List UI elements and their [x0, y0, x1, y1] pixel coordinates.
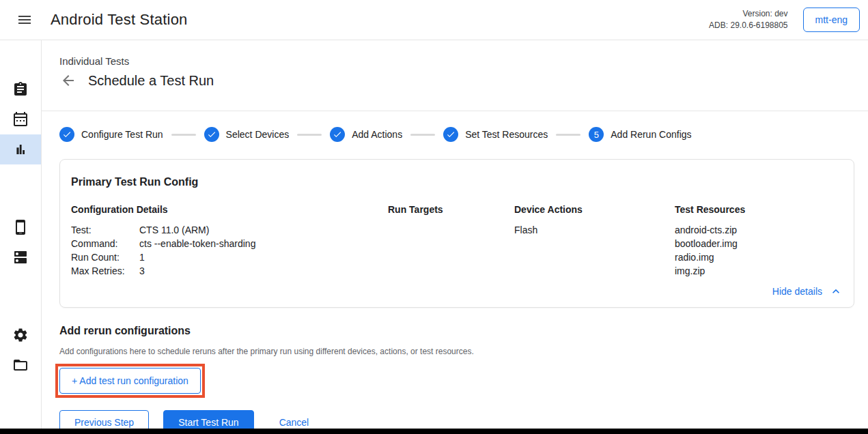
config-value: 1 — [139, 250, 388, 264]
hide-details-link[interactable]: Hide details — [71, 285, 843, 298]
run-targets-column: Run Targets — [388, 204, 514, 278]
rerun-section: Add rerun configurations Add configurati… — [42, 308, 868, 398]
test-resource-item: radio.img — [675, 250, 843, 264]
config-value: CTS 11.0 (ARM) — [139, 223, 388, 237]
device-actions-column: Device Actions Flash — [514, 204, 675, 278]
column-header: Configuration Details — [71, 204, 388, 215]
step-label: Add Actions — [352, 129, 402, 140]
config-label: Test: — [71, 223, 139, 237]
step-done-check-icon — [59, 127, 74, 142]
config-value: 3 — [139, 264, 388, 278]
step-connector — [171, 134, 196, 136]
config-row-run-count: Run Count: 1 — [71, 250, 388, 264]
sidebar-item-devices[interactable] — [0, 212, 41, 242]
breadcrumb: Individual Tests — [59, 55, 852, 67]
bottom-bar — [0, 429, 868, 434]
sidebar-item-file-browser[interactable] — [0, 350, 41, 380]
stepper-step-add-actions[interactable]: Add Actions — [330, 127, 402, 142]
config-label: Max Retries: — [71, 264, 139, 278]
device-action-item: Flash — [514, 223, 675, 237]
hide-details-label: Hide details — [772, 286, 822, 297]
bar-chart-icon — [12, 141, 29, 158]
sidebar-item-test-runs[interactable] — [0, 134, 41, 164]
settings-icon — [12, 327, 29, 343]
config-row-command: Command: cts --enable-token-sharding — [71, 237, 388, 250]
test-resource-item: img.zip — [675, 264, 843, 278]
primary-config-card: Primary Test Run Config Configuration De… — [59, 159, 854, 308]
step-number: 5 — [594, 130, 599, 140]
column-header: Test Resources — [675, 204, 843, 215]
adb-version-label: ADB: 29.0.6-6198805 — [709, 20, 787, 31]
back-arrow-icon — [60, 72, 76, 89]
config-value: cts --enable-token-sharding — [139, 237, 388, 250]
add-test-run-configuration-button[interactable]: + Add test run configuration — [59, 368, 201, 394]
cancel-button[interactable]: Cancel — [279, 417, 309, 428]
menu-button[interactable] — [14, 9, 36, 31]
sidebar-item-test-plans[interactable] — [0, 74, 41, 104]
stepper: Configure Test Run Select Devices Add Ac… — [42, 111, 868, 142]
main-content: Individual Tests Schedule a Test Run Con… — [42, 40, 868, 434]
user-menu-button[interactable]: mtt-eng — [803, 8, 860, 32]
sidebar-item-hosts[interactable] — [0, 242, 41, 272]
hamburger-icon — [16, 12, 33, 28]
page-title: Schedule a Test Run — [88, 73, 214, 89]
folder-icon — [12, 357, 29, 373]
rerun-section-description: Add configurations here to schedule reru… — [59, 347, 852, 356]
chevron-up-icon — [829, 285, 843, 298]
column-header: Run Targets — [388, 204, 514, 215]
back-button[interactable] — [60, 72, 76, 89]
column-header: Device Actions — [514, 204, 675, 215]
step-connector — [297, 134, 322, 136]
version-info: Version: dev ADB: 29.0.6-6198805 — [709, 8, 787, 31]
step-number-badge: 5 — [589, 127, 604, 142]
sidebar-item-settings[interactable] — [0, 320, 41, 350]
app-bar: Android Test Station Version: dev ADB: 2… — [0, 0, 868, 40]
step-done-check-icon — [204, 127, 219, 142]
clipboard-icon — [12, 81, 29, 98]
sidebar — [0, 40, 42, 429]
stepper-step-add-rerun-configs[interactable]: 5 Add Rerun Configs — [589, 127, 691, 142]
card-title: Primary Test Run Config — [71, 176, 843, 188]
config-row-max-retries: Max Retries: 3 — [71, 264, 388, 278]
config-label: Command: — [71, 237, 139, 250]
rerun-section-title: Add rerun configurations — [59, 325, 852, 337]
page-header: Individual Tests Schedule a Test Run — [42, 40, 868, 111]
calendar-icon — [12, 111, 29, 128]
step-done-check-icon — [330, 127, 345, 142]
app-title: Android Test Station — [51, 11, 188, 29]
step-connector — [556, 134, 580, 136]
version-label: Version: dev — [709, 8, 787, 20]
smartphone-icon — [12, 219, 29, 235]
test-resources-column: Test Resources android-cts.zip bootloade… — [675, 204, 843, 278]
annotation-highlight-box: + Add test run configuration — [55, 364, 205, 398]
stepper-step-set-test-resources[interactable]: Set Test Resources — [443, 127, 548, 142]
config-details-column: Configuration Details Test: CTS 11.0 (AR… — [71, 204, 388, 278]
server-icon — [12, 249, 29, 265]
sidebar-item-schedule[interactable] — [0, 104, 41, 134]
config-label: Run Count: — [71, 250, 139, 264]
step-label: Add Rerun Configs — [611, 129, 691, 140]
stepper-step-configure-test-run[interactable]: Configure Test Run — [59, 127, 163, 142]
step-done-check-icon — [443, 127, 458, 142]
test-resource-item: bootloader.img — [675, 237, 843, 250]
step-connector — [410, 134, 435, 136]
step-label: Configure Test Run — [81, 129, 163, 140]
step-label: Set Test Resources — [465, 129, 548, 140]
step-label: Select Devices — [226, 129, 290, 140]
config-row-test: Test: CTS 11.0 (ARM) — [71, 223, 388, 237]
test-resource-item: android-cts.zip — [675, 223, 843, 237]
stepper-step-select-devices[interactable]: Select Devices — [204, 127, 290, 142]
